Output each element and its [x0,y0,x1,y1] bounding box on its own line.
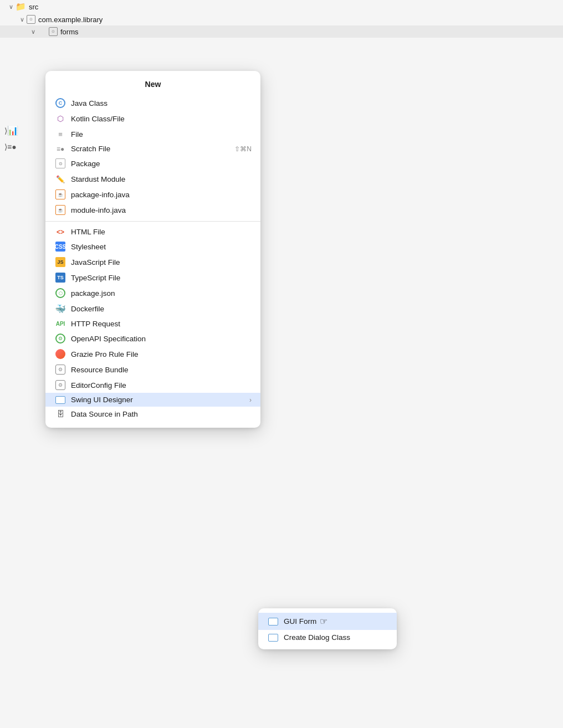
cursor-icon: ☞ [320,616,327,627]
module-info-icon: ☕ [54,205,66,215]
editorconfig-icon: ⚙ [54,380,66,390]
file-icon: ≡ [54,129,66,139]
menu-item-openapi[interactable]: ⚙ OpenAPI Specification [45,331,260,346]
forms-folder-icon: ⊙ [49,27,58,36]
tree-item-pkg[interactable]: ∨ ⊙ com.example.library [0,13,563,25]
datasource-icon: 🗄 [54,409,66,418]
grazie-label: Grazie Pro Rule File [71,350,252,358]
module-info-label: module-info.java [71,206,252,214]
menu-item-java-class[interactable]: C Java Class [45,95,260,111]
side-icon-bar-chart[interactable]: ⟩ 📊 [0,122,22,139]
kotlin-class-label: Kotlin Class/File [71,115,252,123]
create-dialog-icon [267,634,279,642]
scratch-glyph: ≡● [7,142,17,151]
menu-item-http[interactable]: API HTTP Request [45,317,260,331]
scratch-shortcut: ⇧⌘N [234,145,252,153]
bar-chart-glyph: 📊 [7,125,18,136]
pkg-info-icon: ☕ [54,189,66,199]
java-class-label: Java Class [71,99,252,107]
menu-item-typescript[interactable]: TS TypeScript File [45,270,260,285]
side-icons-panel: ⟩ 📊 ⟩ ≡● [0,122,22,155]
javascript-label: JavaScript File [71,258,252,266]
menu-item-stardust[interactable]: ✏️ Stardust Module [45,171,260,187]
menu-item-module-info[interactable]: ☕ module-info.java [45,202,260,218]
chevron-down-icon: ∨ [31,28,35,35]
typescript-label: TypeScript File [71,274,252,282]
pkg-label: com.example.library [38,16,103,24]
menu-title: New [45,78,260,95]
openapi-label: OpenAPI Specification [71,335,252,343]
gui-form-label: GUI Form [284,617,316,626]
gui-form-icon [267,618,279,626]
api-icon: API [54,321,66,327]
chevron-down-icon: ∨ [9,3,13,11]
src-label: src [29,3,38,11]
swing-ui-label: Swing UI Designer [71,396,247,404]
forms-label: forms [60,28,79,36]
file-label: File [71,130,252,139]
menu-item-swing-ui[interactable]: Swing UI Designer › [45,393,260,407]
grazie-icon [54,349,66,359]
swing-ui-icon [54,396,66,404]
css-icon: CSS [54,242,66,252]
menu-item-file[interactable]: ≡ File [45,126,260,142]
menu-item-stylesheet[interactable]: CSS Stylesheet [45,239,260,254]
kotlin-icon: ⬡ [54,114,66,124]
new-context-menu: New C Java Class ⬡ Kotlin Class/File ≡ F… [45,71,260,428]
menu-item-scratch-file[interactable]: ≡● Scratch File ⇧⌘N [45,142,260,156]
side-icon-scratch[interactable]: ⟩ ≡● [0,139,22,155]
html-icon: <> [54,228,66,236]
http-label: HTTP Request [71,320,252,328]
menu-item-grazie[interactable]: Grazie Pro Rule File [45,346,260,362]
menu-item-package-json[interactable]: ⬡ package.json [45,285,260,301]
ts-icon: TS [54,273,66,283]
menu-item-package[interactable]: ⊙ Package [45,156,260,171]
menu-item-javascript[interactable]: JS JavaScript File [45,254,260,270]
dockerfile-label: Dockerfile [71,305,252,313]
tree-item-forms[interactable]: ∨ ⊙ forms [0,25,563,38]
java-icon: C [54,98,66,108]
openapi-icon: ⚙ [54,334,66,344]
package-folder-icon: ⊙ [27,15,35,24]
scratch-file-label: Scratch File [71,145,230,153]
menu-item-html[interactable]: <> HTML File [45,225,260,239]
package-json-label: package.json [71,289,252,298]
stylesheet-label: Stylesheet [71,243,252,251]
package-label: Package [71,160,252,168]
stardust-label: Stardust Module [71,175,252,183]
submenu-arrow-icon: › [249,396,252,404]
separator-1 [45,221,260,222]
menu-item-dockerfile[interactable]: 🐳 Dockerfile [45,301,260,317]
menu-item-kotlin-class[interactable]: ⬡ Kotlin Class/File [45,111,260,126]
datasource-label: Data Source in Path [71,410,252,418]
js-icon: JS [54,257,66,267]
package-info-label: package-info.java [71,191,252,199]
html-label: HTML File [71,228,252,236]
submenu-item-gui-form[interactable]: GUI Form ☞ [258,613,397,630]
folder-icon: 📁 [16,2,26,12]
tree-item-src[interactable]: ∨ 📁 src [0,0,563,13]
package-icon: ⊙ [54,158,66,168]
swing-ui-submenu: GUI Form ☞ Create Dialog Class [258,608,397,649]
menu-item-editorconfig[interactable]: ⚙ EditorConfig File [45,377,260,393]
chevron-down-icon: ∨ [20,16,24,23]
pkg-json-icon: ⬡ [54,288,66,298]
editorconfig-label: EditorConfig File [71,381,252,389]
docker-icon: 🐳 [54,304,66,314]
stardust-icon: ✏️ [54,174,66,184]
submenu-item-create-dialog[interactable]: Create Dialog Class [258,630,397,645]
resource-bundle-icon: ⚙ [54,365,66,375]
create-dialog-label: Create Dialog Class [284,633,350,642]
menu-item-datasource[interactable]: 🗄 Data Source in Path [45,407,260,421]
resource-bundle-label: Resource Bundle [71,366,252,374]
scratch-icon: ≡● [54,145,66,153]
menu-item-resource-bundle[interactable]: ⚙ Resource Bundle [45,362,260,377]
menu-item-package-info[interactable]: ☕ package-info.java [45,187,260,202]
